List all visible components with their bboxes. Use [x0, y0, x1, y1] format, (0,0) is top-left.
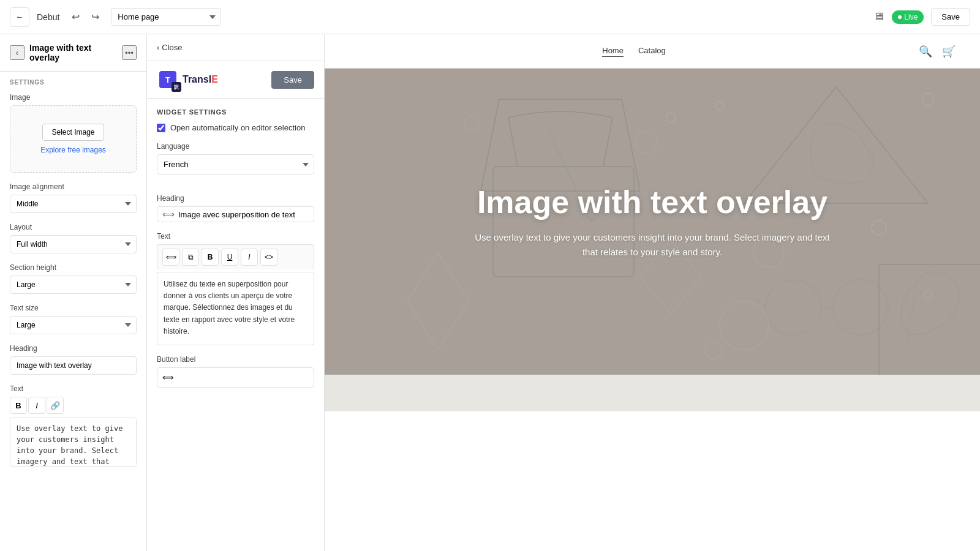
translate-icon: ⟺	[162, 209, 175, 219]
logo-e: E	[211, 74, 218, 84]
button-label-section: Button label ⟺	[157, 355, 314, 388]
chevron-left-icon: ‹	[157, 43, 159, 52]
layout-label: Layout	[10, 223, 137, 231]
undo-redo-group: ↩ ↪	[67, 9, 104, 26]
link-button[interactable]: 🔗	[47, 397, 64, 414]
widget-settings-label: WIDGET SETTINGS	[157, 108, 314, 116]
redo-button[interactable]: ↪	[86, 9, 104, 26]
language-field-group: Language French English Spanish	[157, 142, 314, 184]
save-button[interactable]: Save	[931, 8, 970, 26]
section-height-group: Section height Large Medium Small	[10, 263, 137, 294]
image-alignment-group: Image alignment Middle Top Bottom	[10, 182, 137, 213]
close-button[interactable]: ‹ Close	[157, 43, 183, 52]
top-bar: ← Debut ↩ ↪ Home page 🖥 Live Save	[0, 0, 980, 34]
logo-secondary-block: 訳	[172, 82, 181, 92]
button-label-row: ⟺	[157, 367, 314, 388]
section-height-select[interactable]: Large Medium Small	[10, 276, 137, 294]
image-field-group: Image Select Image Explore free images	[10, 93, 137, 173]
text-toolbar2: ⟺ ⧉ B U I <>	[157, 244, 314, 269]
text-content-area[interactable]: Utilisez du texte en superposition pour …	[157, 272, 314, 345]
bold-button[interactable]: B	[10, 397, 27, 414]
back-icon: ←	[15, 12, 23, 21]
top-bar-left: ← Debut ↩ ↪ Home page	[10, 7, 221, 27]
text-panel-label: Text	[157, 232, 314, 241]
auto-open-checkbox[interactable]	[157, 124, 165, 132]
heading-translation-input[interactable]	[178, 210, 309, 219]
app-name: Debut	[37, 12, 59, 22]
heading-input-row: ⟺	[157, 206, 314, 222]
heading-panel-label: Heading	[157, 194, 314, 203]
hero-image: Image with text overlay Use overlay text…	[325, 69, 980, 375]
image-alignment-select[interactable]: Middle Top Bottom	[10, 195, 137, 213]
code-button[interactable]: <>	[260, 249, 277, 266]
italic-panel-button[interactable]: I	[241, 249, 258, 266]
language-label: Language	[157, 142, 314, 151]
auto-open-label: Open automatically on editor selection	[170, 123, 305, 132]
undo-button[interactable]: ↩	[67, 9, 84, 26]
sidebar-header: ‹ Image with text overlay •••	[0, 34, 146, 72]
text-field-group: Text B I 🔗 Use overlay text to give your…	[10, 384, 137, 468]
logo-text: TranslE	[183, 74, 218, 85]
text-toolbar: B I 🔗	[10, 397, 137, 414]
heading-field-group: Heading	[10, 344, 137, 375]
nav-right: 🔍 🛒	[919, 45, 956, 58]
preview-area: Home Catalog 🔍 🛒	[325, 34, 980, 551]
live-dot	[898, 15, 902, 19]
text-field-label: Text	[10, 384, 137, 393]
hero-title: Image with text overlay	[469, 184, 836, 220]
monitor-icon: 🖥	[873, 10, 884, 23]
select-image-button[interactable]: Select Image	[42, 124, 104, 141]
nav-link-home[interactable]: Home	[602, 46, 624, 57]
main-content: ‹ Image with text overlay ••• SETTINGS I…	[0, 34, 980, 551]
translr-logo: T 訳 TranslE	[157, 69, 218, 91]
nav-link-catalog[interactable]: Catalog	[638, 46, 666, 57]
left-sidebar: ‹ Image with text overlay ••• SETTINGS I…	[0, 34, 147, 551]
heading-input[interactable]	[10, 356, 137, 375]
sidebar-back-button[interactable]: ‹	[10, 45, 24, 60]
close-label: Close	[162, 43, 182, 52]
panel-header: ‹ Close	[147, 34, 324, 61]
preview-footer-bar	[325, 375, 980, 411]
hero-content: Image with text overlay Use overlay text…	[444, 184, 861, 260]
panel-content: WIDGET SETTINGS Open automatically on ed…	[147, 99, 324, 551]
live-label: Live	[904, 13, 918, 21]
button-label-input[interactable]	[178, 373, 309, 382]
hero-subtitle: Use overlay text to give your customers …	[469, 230, 836, 260]
sidebar-title: Image with text overlay	[29, 43, 117, 62]
middle-panel: ‹ Close T 訳 TranslE Save WIDGET SETTINGS	[147, 34, 325, 551]
page-selector[interactable]: Home page	[111, 8, 221, 26]
bold-panel-button[interactable]: B	[202, 249, 219, 266]
search-icon[interactable]: 🔍	[919, 45, 932, 58]
explore-free-images-link[interactable]: Explore free images	[40, 146, 106, 154]
nav-links: Home Catalog	[602, 46, 666, 57]
heading-field-label: Heading	[10, 344, 137, 353]
layout-select[interactable]: Full width Contained	[10, 235, 137, 253]
back-button[interactable]: ←	[10, 7, 29, 27]
image-alignment-label: Image alignment	[10, 182, 137, 191]
text-textarea[interactable]: Use overlay text to give your customers …	[10, 418, 137, 467]
copy-button[interactable]: ⧉	[182, 249, 199, 266]
text-size-group: Text size Large Medium Small	[10, 304, 137, 334]
top-bar-right: 🖥 Live Save	[873, 8, 970, 26]
button-label-title: Button label	[157, 355, 314, 364]
heading-section: Heading ⟺	[157, 194, 314, 222]
underline-button[interactable]: U	[221, 249, 238, 266]
language-select[interactable]: French English Spanish	[157, 154, 314, 174]
text-section: Text ⟺ ⧉ B U I <> Utilisez du texte en s…	[157, 232, 314, 345]
sidebar-content: SETTINGS Image Select Image Explore free…	[0, 72, 146, 551]
translate-toolbar-button[interactable]: ⟺	[162, 249, 179, 266]
text-size-select[interactable]: Large Medium Small	[10, 316, 137, 334]
button-translate-icon: ⟺	[162, 373, 174, 382]
image-label: Image	[10, 93, 137, 102]
panel-save-button[interactable]: Save	[271, 71, 314, 89]
layout-group: Layout Full width Contained	[10, 223, 137, 253]
image-upload-area: Select Image Explore free images	[10, 105, 137, 173]
italic-button[interactable]: I	[28, 397, 45, 414]
text-size-label: Text size	[10, 304, 137, 312]
sidebar-more-button[interactable]: •••	[122, 45, 137, 60]
cart-icon[interactable]: 🛒	[942, 45, 956, 58]
section-height-label: Section height	[10, 263, 137, 272]
settings-label: SETTINGS	[10, 79, 137, 86]
auto-open-row: Open automatically on editor selection	[157, 123, 314, 132]
live-badge: Live	[892, 10, 924, 24]
